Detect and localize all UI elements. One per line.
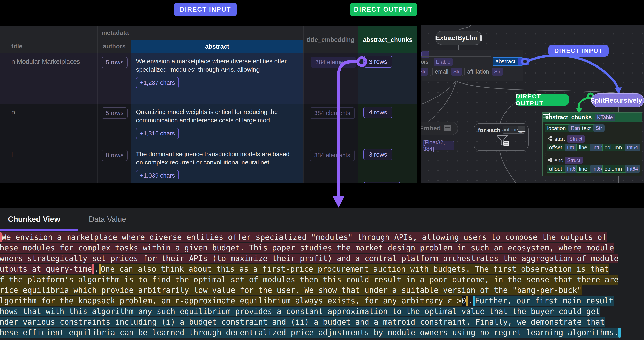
column-divider bbox=[358, 26, 358, 183]
field-location[interactable]: location Range bbox=[545, 124, 578, 132]
field-text[interactable]: text Str bbox=[580, 124, 600, 132]
column-header-authors[interactable]: authors bbox=[98, 43, 131, 50]
chunk-text-segment: owners strategically set prices for thei… bbox=[0, 254, 618, 263]
chunk-text-segment: . bbox=[468, 296, 473, 306]
table-row[interactable]: l 8 rows The dominant sequence transduct… bbox=[0, 146, 418, 179]
column-header-abstract-chunks[interactable]: abstract_chunks bbox=[358, 26, 418, 53]
type-badge: Str bbox=[492, 68, 503, 76]
field-label: column bbox=[604, 166, 622, 172]
type-badge: Str bbox=[593, 124, 604, 132]
node-embed[interactable]: erEmbed bbox=[421, 121, 458, 135]
field-column[interactable]: column Int64 bbox=[602, 165, 633, 173]
chunks-rows-badge[interactable]: 3 rows bbox=[364, 149, 392, 160]
table-row[interactable]: n 5 rows Quantizing model weights is cri… bbox=[0, 104, 418, 146]
type-badge: Str bbox=[421, 68, 428, 76]
chunk-line: algorithm for the knapsack problem, an ε… bbox=[0, 296, 644, 306]
data-table: metadata title authors abstract title_em… bbox=[0, 26, 418, 183]
field-label: affiliation bbox=[467, 69, 489, 75]
field-label: end bbox=[554, 157, 563, 164]
chunk-line: We envision a marketplace where diverse … bbox=[0, 232, 644, 243]
chunks-rows-badge[interactable]: 3 rows bbox=[364, 56, 392, 68]
type-badge: Int64 bbox=[624, 165, 640, 173]
struct-icon bbox=[548, 157, 553, 163]
abstract-preview: We envision a marketplace where diverse … bbox=[131, 53, 298, 74]
table-row[interactable]: n Modular Marketplaces 5 rows We envisio… bbox=[0, 53, 418, 104]
column-divider bbox=[303, 26, 304, 183]
field-affiliation[interactable]: affiliation Str bbox=[464, 68, 501, 76]
field-label: abstract bbox=[496, 58, 516, 65]
chunk-line: if the platform's algorithm is to find t… bbox=[0, 275, 644, 285]
chunk-end-marker bbox=[618, 328, 620, 337]
app-window: DIRECT INPUT DIRECT OUTPUT metadata titl… bbox=[0, 0, 644, 340]
chunk-end-marker bbox=[466, 296, 468, 306]
column-header-title[interactable]: title bbox=[12, 43, 22, 50]
field-email[interactable]: email Str bbox=[432, 68, 463, 76]
tab-data-value[interactable]: Data Value bbox=[89, 215, 126, 224]
chunk-line: under various constraints including (i) … bbox=[0, 317, 644, 328]
field-line[interactable]: line Int64 bbox=[576, 165, 600, 173]
direct-output-badge: DIRECT OUTPUT bbox=[516, 94, 569, 105]
authors-rows-badge[interactable] bbox=[102, 183, 126, 183]
field-label: start bbox=[554, 136, 565, 142]
field-offset[interactable]: offset Int64 bbox=[546, 143, 574, 151]
column-header-abstract[interactable]: abstract bbox=[131, 40, 303, 53]
chunk-text-segment: these efficient equilibria can be learne… bbox=[0, 328, 618, 337]
pipeline-graph-canvas[interactable]: ExtractByLlm authors LTable Str email St… bbox=[421, 25, 644, 183]
chunk-line: owners strategically set prices for thei… bbox=[0, 254, 644, 264]
chunk-text-segment: these modules for complex tasks within a… bbox=[0, 243, 614, 253]
embedding-elements-badge[interactable]: 384 elements bbox=[310, 107, 355, 119]
table-row[interactable] bbox=[0, 179, 418, 183]
field-abstract[interactable]: abstract Str bbox=[493, 57, 523, 66]
field-label: offset bbox=[549, 166, 562, 172]
chunked-text: We envision a marketplace where diverse … bbox=[0, 232, 644, 338]
type-badge: Struct bbox=[567, 135, 585, 143]
field-label: text bbox=[582, 125, 591, 131]
field-offset[interactable]: offset Int64 bbox=[546, 165, 574, 173]
chunk-text-segment: shows that with this algorithm any such … bbox=[0, 306, 600, 316]
column-header-title-embedding[interactable]: title_embedding bbox=[303, 26, 358, 53]
node-split-recursively[interactable]: SplitRecursively bbox=[591, 93, 644, 107]
chunk-line: these efficient equilibria can be learne… bbox=[0, 328, 644, 338]
ktable-panel[interactable]: abstract_chunks KTable location Range te… bbox=[542, 112, 642, 176]
node-for-each[interactable]: for each authors_2 bbox=[474, 123, 528, 151]
document-icon bbox=[444, 125, 451, 131]
chunk-start-marker bbox=[473, 296, 475, 306]
type-badge: LTable bbox=[434, 58, 453, 66]
column-group-metadata[interactable]: metadata bbox=[0, 29, 230, 36]
chunk-text-segment: . bbox=[94, 264, 99, 274]
abstract-preview: Quantizing model weights is critical for… bbox=[131, 104, 298, 124]
authors-rows-badge[interactable]: 5 rows bbox=[102, 107, 128, 119]
direct-input-badge: DIRECT INPUT bbox=[548, 45, 608, 57]
chunk-text-segment: outputs at query-time bbox=[0, 264, 92, 274]
field-name[interactable]: Str bbox=[421, 68, 431, 76]
field-column[interactable]: column Int64 bbox=[602, 143, 633, 151]
embedding-elements-badge[interactable]: 384 elements bbox=[310, 149, 355, 161]
chunk-start-marker bbox=[0, 232, 2, 242]
chunk-text-segment: 0 bbox=[462, 296, 466, 306]
struct-end-group[interactable]: end Struct offset Int64 line Int64 colum… bbox=[545, 155, 638, 175]
chunk-line: these modules for complex tasks within a… bbox=[0, 243, 644, 254]
cell-title: n bbox=[0, 104, 98, 116]
field-line[interactable]: line Int64 bbox=[576, 143, 600, 151]
node-extract-by-llm[interactable]: ExtractByLlm bbox=[435, 31, 482, 45]
abstract-more-chars-badge[interactable]: +1,237 chars bbox=[136, 77, 179, 88]
tab-chunked-view[interactable]: Chunked View bbox=[8, 215, 60, 224]
authors-rows-badge[interactable]: 5 rows bbox=[102, 57, 128, 68]
chunk-text-segment: algorithm for the knapsack problem, an ε… bbox=[0, 296, 462, 306]
struct-icon bbox=[548, 136, 553, 141]
field-label: line bbox=[579, 144, 587, 151]
chunk-end-marker bbox=[92, 264, 94, 274]
type-badge: Struct bbox=[565, 156, 583, 164]
chunks-rows-badge[interactable]: 4 rows bbox=[364, 107, 392, 118]
chunk-line: shows that with this algorithm any such … bbox=[0, 306, 644, 317]
struct-start-group[interactable]: start Struct offset Int64 line Int64 col… bbox=[545, 134, 638, 154]
chunk-text-segment: price equilibria which provide arbitrari… bbox=[0, 285, 582, 295]
type-badge: Int64 bbox=[624, 144, 640, 151]
chunks-rows-badge[interactable] bbox=[364, 182, 400, 183]
authors-rows-badge[interactable]: 8 rows bbox=[102, 149, 128, 161]
embedding-elements-badge[interactable]: 384 elements bbox=[311, 57, 356, 68]
abstract-preview bbox=[131, 179, 298, 183]
node-label: erEmbed bbox=[421, 125, 441, 132]
abstract-more-chars-badge[interactable]: +1,316 chars bbox=[136, 128, 179, 139]
embedding-elements-badge[interactable] bbox=[310, 183, 353, 183]
